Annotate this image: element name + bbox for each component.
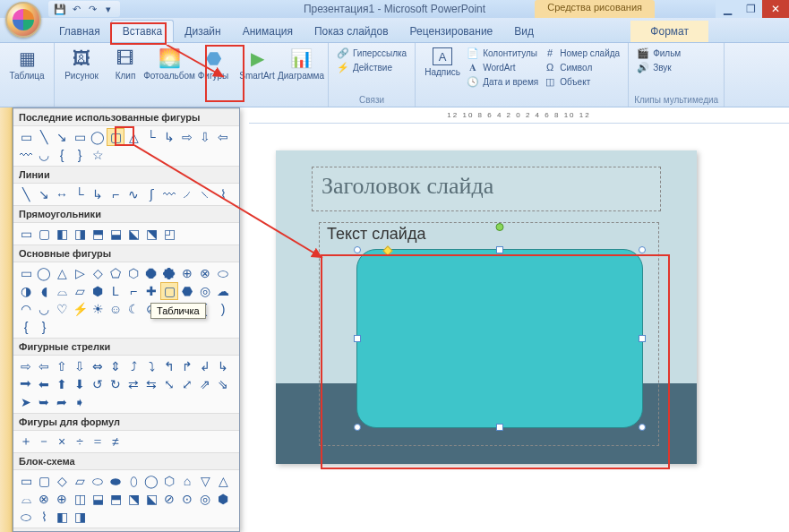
shape-a4[interactable]: ⇩ [71, 357, 89, 375]
shape-b19[interactable]: ⌐ [124, 282, 142, 300]
shape-b9[interactable]: ⯄ [160, 264, 178, 282]
smartart-button[interactable]: ▶SmartArt [236, 46, 279, 82]
shape-b20[interactable]: ✚ [142, 282, 160, 300]
shape-arrow-line[interactable]: ↘ [53, 128, 71, 146]
shape-a3[interactable]: ⇧ [53, 357, 71, 375]
shape-b38[interactable]: } [35, 318, 53, 336]
qat-dropdown-icon[interactable]: ▾ [102, 3, 115, 15]
slidenum-button[interactable]: #Номер слайда [541, 46, 622, 60]
shape-fc17[interactable]: ⬓ [89, 490, 107, 508]
resize-handle-se[interactable] [639, 424, 646, 431]
shape-line7[interactable]: ∿ [124, 185, 142, 203]
shape-b30[interactable]: ☺ [107, 300, 124, 318]
shape-b18[interactable]: L [107, 282, 124, 300]
shape-arrow-left[interactable]: ⇦ [214, 128, 232, 146]
shape-a24[interactable]: ⇘ [214, 375, 232, 393]
shapes-button[interactable]: ⬣Фигуры [192, 46, 235, 82]
shape-b36[interactable]: ) [214, 300, 232, 318]
tab-home[interactable]: Главная [48, 21, 111, 42]
inserted-rounded-rect-shape[interactable] [356, 249, 643, 428]
shape-r8[interactable]: ⬔ [142, 225, 160, 243]
shape-line3[interactable]: ↔ [53, 185, 71, 203]
clip-button[interactable]: 🎞Клип [104, 46, 147, 82]
shape-r4[interactable]: ◨ [71, 225, 89, 243]
shape-line12[interactable]: ⌇ [214, 185, 232, 203]
shape-rect[interactable]: ▭ [71, 128, 89, 146]
shape-fc2[interactable]: ▢ [35, 472, 53, 490]
shape-b15[interactable]: ⌓ [53, 282, 71, 300]
picture-button[interactable]: 🖼Рисунок [60, 46, 103, 82]
shape-b13[interactable]: ◑ [17, 282, 35, 300]
shape-a17[interactable]: ↺ [89, 375, 107, 393]
action-button[interactable]: ⚡Действие [334, 60, 409, 74]
tab-view[interactable]: Вид [503, 21, 545, 42]
shape-b28[interactable]: ⚡ [71, 300, 89, 318]
shape-fc22[interactable]: ⊙ [178, 490, 196, 508]
settings-strip[interactable] [0, 107, 13, 532]
shape-fc9[interactable]: ⬡ [160, 472, 178, 490]
tab-review[interactable]: Рецензирование [399, 21, 504, 42]
shape-fc3[interactable]: ◇ [53, 472, 71, 490]
shape-a16[interactable]: ⬇ [71, 375, 89, 393]
shape-connector-z[interactable]: ↳ [160, 128, 178, 146]
shape-fc16[interactable]: ◫ [71, 490, 89, 508]
shape-plaque[interactable]: ▢ [160, 282, 178, 300]
shape-a25[interactable]: ➤ [17, 393, 35, 411]
shape-b2[interactable]: ◯ [35, 264, 53, 282]
shape-a18[interactable]: ↻ [107, 375, 124, 393]
shape-a11[interactable]: ↲ [196, 357, 214, 375]
shape-fc8[interactable]: ◯ [142, 472, 160, 490]
save-icon[interactable]: 💾 [54, 3, 66, 15]
shape-a7[interactable]: ⤴ [124, 357, 142, 375]
shape-b24[interactable]: ☁ [214, 282, 232, 300]
shape-a2[interactable]: ⇦ [35, 357, 53, 375]
table-button[interactable]: ▦ Таблица [5, 46, 48, 82]
shape-f1[interactable]: ＋ [17, 433, 35, 450]
wordart-button[interactable]: 𝐀WordArt [464, 60, 541, 74]
shape-line11[interactable]: ⟍ [196, 185, 214, 203]
shape-r2[interactable]: ▢ [35, 225, 53, 243]
tab-insert[interactable]: Вставка [111, 20, 175, 42]
shape-curve[interactable]: ◡ [35, 146, 53, 164]
shape-fc10[interactable]: ⌂ [178, 472, 196, 490]
resize-handle-e[interactable] [639, 335, 646, 342]
shape-textbox[interactable]: ▭ [17, 128, 35, 146]
shape-fc7[interactable]: ⬯ [124, 472, 142, 490]
resize-handle-w[interactable] [354, 335, 361, 342]
shape-arrow-down[interactable]: ⇩ [196, 128, 214, 146]
shape-b4[interactable]: ▷ [71, 264, 89, 282]
shape-brace-r[interactable]: } [71, 146, 89, 164]
shape-fc20[interactable]: ⬕ [142, 490, 160, 508]
shape-b6[interactable]: ⬠ [107, 264, 124, 282]
shape-b23[interactable]: ◎ [196, 282, 214, 300]
symbol-button[interactable]: ΩСимвол [541, 60, 622, 74]
shape-a14[interactable]: ⬅ [35, 375, 53, 393]
shape-b37[interactable]: { [17, 318, 35, 336]
shape-connector-l[interactable]: └ [142, 128, 160, 146]
shape-a21[interactable]: ⤡ [160, 375, 178, 393]
shape-fc28[interactable]: ◨ [71, 508, 89, 526]
shape-line9[interactable]: 〰 [160, 185, 178, 203]
redo-icon[interactable]: ↷ [86, 3, 99, 15]
shape-a6[interactable]: ⇕ [107, 357, 124, 375]
shape-fc6[interactable]: ⬬ [107, 472, 124, 490]
shape-arrow-right[interactable]: ⇨ [178, 128, 196, 146]
shape-fc26[interactable]: ⌇ [35, 508, 53, 526]
shape-a5[interactable]: ⇔ [89, 357, 107, 375]
shape-star[interactable]: ☆ [89, 146, 107, 164]
shape-b16[interactable]: ▱ [71, 282, 89, 300]
undo-icon[interactable]: ↶ [70, 3, 82, 15]
shape-a19[interactable]: ⇄ [124, 375, 142, 393]
office-button[interactable] [5, 2, 41, 38]
shape-fc4[interactable]: ▱ [71, 472, 89, 490]
title-placeholder[interactable]: Заголовок слайда [312, 167, 661, 211]
shape-a15[interactable]: ⬆ [53, 375, 71, 393]
shape-a20[interactable]: ⇆ [142, 375, 160, 393]
shape-b12[interactable]: ⬭ [214, 264, 232, 282]
shape-a26[interactable]: ➥ [35, 393, 53, 411]
sound-button[interactable]: 🔊Звук [634, 60, 718, 74]
header-button[interactable]: 📄Колонтитулы [464, 46, 541, 60]
shape-line4[interactable]: └ [71, 185, 89, 203]
datetime-button[interactable]: 🕓Дата и время [464, 74, 541, 89]
shape-r7[interactable]: ⬕ [124, 225, 142, 243]
